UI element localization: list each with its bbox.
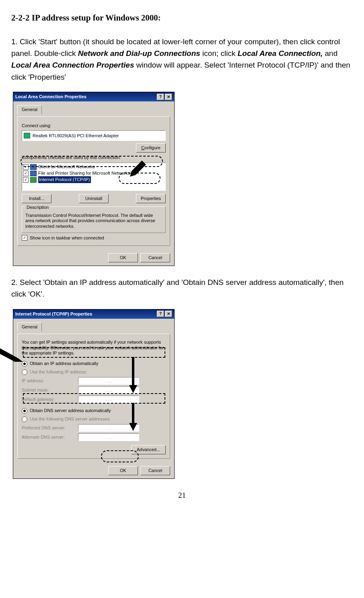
label-mask: Subnet mask: — [22, 387, 74, 394]
cancel-button[interactable]: Cancel — [140, 253, 170, 262]
page-number: 21 — [11, 489, 353, 501]
text: and — [323, 49, 337, 58]
text: icon; click — [200, 49, 238, 58]
section-heading: 2-2-2 IP address setup for Windows 2000: — [11, 11, 353, 25]
ok-button[interactable]: OK — [108, 466, 138, 475]
paragraph-1: 1. Click 'Start' button (it should be lo… — [11, 36, 353, 83]
radio-use-ip[interactable]: Use the following IP address: — [22, 369, 166, 375]
properties-button[interactable]: Properties — [136, 194, 166, 203]
dialog-lan-properties: Local Area Connection Properties ? ✕ Gen… — [13, 92, 175, 266]
help-button[interactable]: ? — [157, 311, 164, 317]
nic-icon — [24, 133, 30, 138]
tab-general[interactable]: General — [17, 105, 42, 114]
radio-icon[interactable] — [22, 369, 27, 375]
label-ip: IP address: — [22, 377, 74, 384]
titlebar[interactable]: Internet Protocol (TCP/IP) Properties ? … — [13, 309, 174, 319]
checkbox-icon[interactable]: ✓ — [23, 164, 29, 170]
info-text: You can get IP settings assigned automat… — [22, 340, 166, 356]
adapter-field[interactable]: Realtek RTL8029(AS) PCI Ethernet Adapter — [22, 130, 166, 141]
adapter-name: Realtek RTL8029(AS) PCI Ethernet Adapter — [33, 132, 119, 139]
checkbox-icon[interactable]: ✓ — [23, 177, 29, 183]
radio-icon[interactable] — [22, 408, 27, 414]
close-button[interactable]: ✕ — [165, 311, 172, 317]
ok-button[interactable]: OK — [108, 253, 138, 262]
description-text: Transmission Control Protocol/Internet P… — [25, 213, 162, 229]
radio-obtain-ip[interactable]: Obtain an IP address automatically — [22, 360, 166, 367]
help-button[interactable]: ? — [157, 94, 164, 100]
components-list[interactable]: ✓Client for Microsoft Networks ✓File and… — [22, 163, 166, 191]
label-adns: Alternate DNS server: — [22, 434, 74, 441]
advanced-button[interactable]: Advanced... — [131, 445, 166, 454]
window-title: Local Area Connection Properties — [15, 93, 86, 100]
list-item-label: Client for Microsoft Networks — [38, 163, 95, 170]
text-bold-italic: Network and Dial-up Connections — [78, 49, 200, 58]
radio-use-dns[interactable]: Use the following DNS server addresses: — [22, 416, 166, 423]
adns-field[interactable]: . . . — [78, 433, 139, 441]
description-group: Description Transmission Control Protoco… — [22, 206, 166, 233]
list-item-label: Internet Protocol (TCP/IP) — [38, 176, 91, 183]
label-connect-using: Connect using: — [22, 122, 166, 129]
gateway-field[interactable]: . . . — [78, 396, 139, 403]
radio-icon[interactable] — [22, 417, 27, 422]
label-gateway: Default gateway: — [22, 396, 74, 403]
text-bold-italic: Local Area Connection Properties — [11, 61, 134, 69]
list-item[interactable]: ✓Client for Microsoft Networks — [23, 164, 165, 170]
component-icon — [30, 171, 37, 176]
radio-label: Obtain an IP address automatically — [30, 360, 98, 367]
close-button[interactable]: ✕ — [165, 94, 172, 100]
list-item-label: File and Printer Sharing for Microsoft N… — [38, 170, 130, 177]
configure-button[interactable]: CConfigureonfigure — [136, 143, 166, 153]
radio-label: Use the following IP address: — [30, 369, 87, 375]
paragraph-2: 2. Select 'Obtain an IP address automati… — [11, 276, 353, 300]
install-button[interactable]: Install... — [22, 194, 51, 203]
text-bold-italic: Local Area Connection, — [238, 49, 323, 58]
label-pdns: Preferred DNS server: — [22, 425, 74, 431]
checkbox-show-icon[interactable]: ✓ — [22, 235, 27, 241]
dialog-tcpip-properties: Internet Protocol (TCP/IP) Properties ? … — [13, 309, 175, 479]
window-title: Internet Protocol (TCP/IP) Properties — [15, 311, 92, 318]
radio-label: Obtain DNS server address automatically — [30, 407, 111, 414]
mask-field[interactable]: . . . — [78, 386, 139, 394]
radio-label: Use the following DNS server addresses: — [30, 416, 111, 423]
label-components: Components checked are used by this conn… — [22, 154, 166, 161]
ip-field[interactable]: . . . — [78, 377, 139, 385]
component-icon — [30, 164, 37, 170]
pdns-field[interactable]: . . . — [78, 424, 139, 432]
checkbox-icon[interactable]: ✓ — [23, 171, 29, 176]
tab-general[interactable]: General — [17, 322, 42, 332]
uninstall-button[interactable]: Uninstall — [79, 194, 109, 203]
description-legend: Description — [25, 204, 50, 211]
radio-icon[interactable] — [22, 361, 27, 367]
cancel-button[interactable]: Cancel — [140, 466, 170, 475]
titlebar[interactable]: Local Area Connection Properties ? ✕ — [13, 92, 174, 101]
radio-obtain-dns[interactable]: Obtain DNS server address automatically — [22, 407, 166, 414]
list-item[interactable]: ✓Internet Protocol (TCP/IP) — [23, 177, 165, 183]
component-icon — [30, 177, 37, 183]
list-item[interactable]: ✓File and Printer Sharing for Microsoft … — [23, 170, 165, 177]
show-icon-label: Show icon in taskbar when connected — [30, 235, 104, 241]
